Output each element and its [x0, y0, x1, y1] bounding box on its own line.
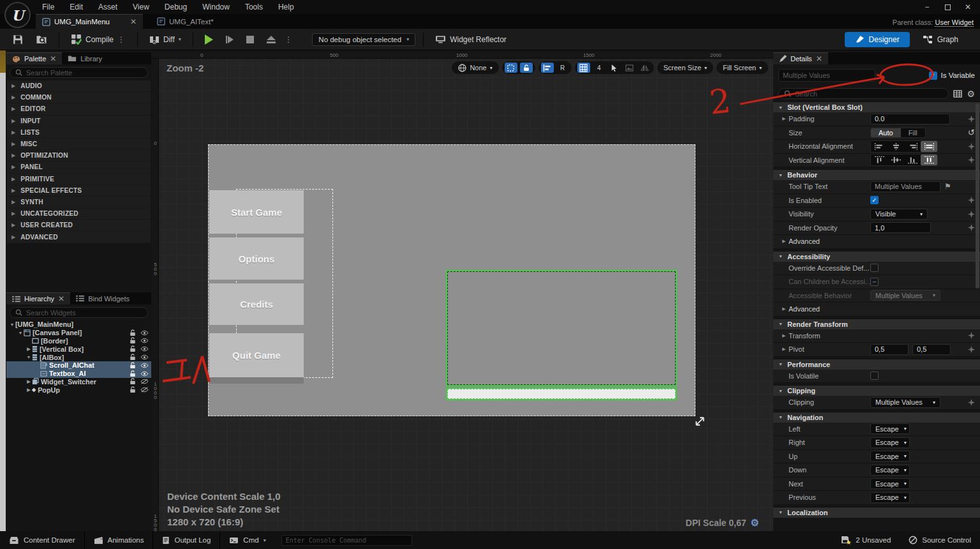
visibility-eye-off-icon[interactable]: [140, 379, 149, 384]
section-navigation[interactable]: ▼Navigation: [773, 412, 980, 423]
grid-snap-size[interactable]: 4: [593, 63, 605, 73]
nav-next-dropdown[interactable]: Escape▾: [870, 478, 910, 489]
padding-input[interactable]: 0.0: [870, 114, 950, 124]
tree-item-aibox[interactable]: ▼[AIBox]: [6, 353, 151, 361]
nav-previous-dropdown[interactable]: Escape▾: [870, 492, 910, 503]
visibility-dropdown[interactable]: Visible▾: [870, 209, 928, 220]
row-behavior-advanced[interactable]: ▶Advanced: [773, 235, 980, 249]
compile-options-icon[interactable]: ⋮: [117, 35, 126, 44]
visibility-eye-off-icon[interactable]: [140, 387, 149, 393]
lock-icon[interactable]: [130, 329, 136, 336]
design-surface[interactable]: Start Game Options Credits Quit Game: [208, 144, 695, 416]
selected-textbox-ai[interactable]: [446, 387, 677, 400]
palette-search-input[interactable]: [26, 69, 142, 77]
tab-details[interactable]: Details✕: [773, 52, 828, 64]
menu-help[interactable]: Help: [272, 1, 301, 13]
palette-category-optimization[interactable]: ▶OPTIMIZATION: [7, 150, 151, 162]
tree-item-widget-switcher[interactable]: ▶Widget_Switcher: [6, 378, 151, 386]
unsaved-assets-button[interactable]: 2 Unsaved: [832, 531, 900, 549]
is-enabled-checkbox[interactable]: ✓: [870, 196, 879, 204]
size-segmented-control[interactable]: Auto Fill: [870, 128, 926, 138]
section-accessibility[interactable]: ▼Accessibility: [773, 251, 980, 262]
lock-icon[interactable]: [130, 354, 136, 361]
palette-category-uncategorized[interactable]: ▶UNCATEGORIZED: [7, 208, 151, 220]
tree-item-textbox-ai[interactable]: Textbox_AI: [6, 370, 151, 378]
preview-button-start-game[interactable]: Start Game: [209, 190, 304, 234]
resize-handle-icon[interactable]: [695, 416, 705, 426]
visibility-eye-icon[interactable]: [140, 363, 149, 368]
designer-mode-button[interactable]: Designer: [845, 32, 910, 47]
row-accessibility-advanced[interactable]: ▶Advanced: [773, 303, 980, 317]
palette-category-editor[interactable]: ▶EDITOR: [7, 103, 151, 115]
section-behavior[interactable]: ▼Behavior: [773, 169, 980, 180]
override-accessible-checkbox[interactable]: [870, 264, 879, 272]
lock-icon[interactable]: [130, 386, 136, 393]
browse-content-button[interactable]: [32, 32, 51, 47]
property-binding-icon[interactable]: [968, 156, 975, 163]
nav-right-dropdown[interactable]: Escape▾: [870, 437, 910, 448]
console-command-input[interactable]: [281, 535, 412, 546]
animations-button[interactable]: Animations: [85, 531, 154, 549]
section-performance[interactable]: ▼Performance: [773, 359, 980, 370]
stop-button[interactable]: [242, 33, 258, 46]
menu-tools[interactable]: Tools: [239, 1, 269, 13]
play-options-icon[interactable]: ⋮: [285, 35, 293, 44]
palette-category-audio[interactable]: ▶AUDIO: [7, 80, 151, 92]
preview-background-toggle[interactable]: [623, 63, 636, 73]
palette-category-special-effects[interactable]: ▶SPECIAL EFFECTS: [7, 185, 151, 197]
palette-category-user-created[interactable]: ▶USER CREATED: [7, 220, 151, 231]
valign-center-button[interactable]: [887, 154, 904, 165]
visibility-eye-icon[interactable]: [140, 338, 149, 343]
valign-top-button[interactable]: [871, 154, 887, 165]
details-scrollbar[interactable]: [976, 103, 979, 289]
tooltip-input[interactable]: Multiple Values: [870, 181, 940, 192]
output-log-button[interactable]: Output Log: [153, 531, 220, 549]
property-binding-icon[interactable]: [968, 197, 975, 204]
hierarchy-search[interactable]: [10, 307, 148, 318]
parent-class-link[interactable]: User Widget: [935, 19, 974, 27]
section-clipping[interactable]: ▼Clipping: [773, 385, 980, 396]
reset-to-default-icon[interactable]: ↺: [968, 128, 975, 137]
minimize-button[interactable]: −: [919, 1, 935, 13]
details-search[interactable]: [778, 88, 949, 99]
children-accessible-checkbox[interactable]: –: [870, 278, 879, 286]
eject-button[interactable]: [263, 33, 279, 46]
palette-category-common[interactable]: ▶COMMON: [7, 92, 151, 103]
play-button[interactable]: [201, 32, 217, 47]
graph-mode-button[interactable]: Graph: [915, 32, 966, 47]
pivot-y-input[interactable]: 0,5: [912, 344, 951, 355]
palette-category-advanced[interactable]: ▶ADVANCED: [7, 231, 151, 243]
lock-icon[interactable]: [130, 370, 136, 377]
details-search-input[interactable]: [795, 90, 943, 98]
unreal-engine-logo[interactable]: U: [4, 2, 31, 28]
grid-snap-toggle[interactable]: [577, 63, 590, 73]
tree-item-vertical-box[interactable]: ▶[Vertical Box]: [6, 345, 151, 353]
menu-asset[interactable]: Asset: [92, 1, 124, 13]
property-binding-icon[interactable]: [968, 211, 975, 218]
nav-left-dropdown[interactable]: Escape▾: [870, 423, 910, 434]
tab-umg-aitext[interactable]: UMG_AIText*: [151, 14, 227, 29]
halign-right-button[interactable]: [904, 141, 921, 152]
lock-icon[interactable]: [130, 345, 136, 352]
tab-umg-mainmenu[interactable]: UMG_MainMenu ✕: [36, 14, 143, 29]
fill-screen-dropdown[interactable]: Fill Screen▾: [716, 61, 768, 74]
widget-reflector-button[interactable]: Widget Reflector: [431, 33, 510, 47]
palette-search[interactable]: [10, 67, 148, 78]
tree-item-scroll-aichat[interactable]: Scroll_AIChat: [6, 361, 151, 370]
palette-category-synth[interactable]: ▶SYNTH: [7, 197, 151, 208]
property-binding-icon[interactable]: [968, 143, 975, 150]
tree-item-umg-mainmenu[interactable]: ▼[UMG_MainMenu]: [6, 320, 151, 329]
lock-toggle[interactable]: [520, 63, 533, 73]
menu-file[interactable]: File: [36, 1, 61, 13]
halign-center-button[interactable]: [887, 141, 904, 152]
designer-canvas[interactable]: 0 500 1000 1500 2000 0 500 1000 1500 Zoo…: [151, 52, 773, 531]
section-localization[interactable]: ▼Localization: [773, 507, 980, 518]
tab-palette[interactable]: Palette✕: [6, 52, 62, 64]
property-binding-icon[interactable]: [968, 116, 975, 123]
clipping-dropdown[interactable]: Multiple Values▾: [870, 397, 940, 408]
visibility-eye-icon[interactable]: [140, 371, 149, 377]
hierarchy-search-input[interactable]: [26, 309, 142, 317]
tab-close-icon[interactable]: ✕: [130, 17, 137, 26]
tab-library[interactable]: Library: [62, 52, 108, 64]
palette-category-panel[interactable]: ▶PANEL: [7, 162, 151, 173]
